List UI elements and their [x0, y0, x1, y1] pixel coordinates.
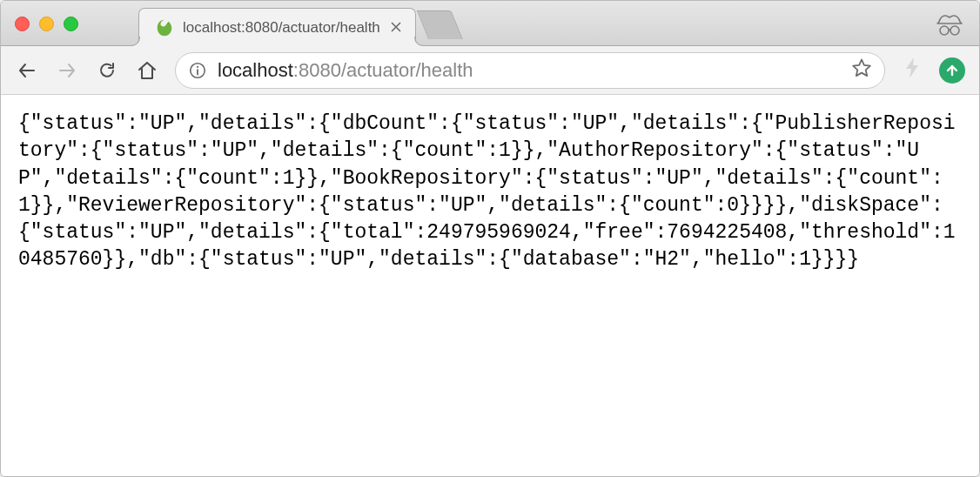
favicon-spring-icon — [155, 18, 174, 37]
bookmark-star-icon[interactable] — [851, 57, 872, 84]
url-text: localhost:8080/actuator/health — [218, 59, 841, 82]
extension-button[interactable] — [939, 57, 965, 84]
page-body[interactable]: {"status":"UP","details":{"dbCount":{"st… — [1, 95, 979, 476]
url-path: :8080/actuator/health — [293, 59, 473, 81]
tab-title: localhost:8080/actuator/health — [183, 19, 380, 37]
window-controls — [15, 17, 78, 31]
tabs-area: localhost:8080/actuator/health — [138, 1, 463, 45]
incognito-icon — [936, 11, 963, 41]
minimize-window-button[interactable] — [39, 17, 54, 31]
toolbar: localhost:8080/actuator/health — [1, 46, 979, 95]
forward-button[interactable] — [55, 58, 79, 83]
back-button[interactable] — [15, 58, 39, 83]
svg-point-1 — [950, 26, 959, 35]
close-window-button[interactable] — [15, 17, 30, 31]
svg-point-0 — [940, 26, 949, 35]
home-button[interactable] — [135, 58, 159, 83]
address-bar[interactable]: localhost:8080/actuator/health — [175, 52, 885, 89]
title-bar: localhost:8080/actuator/health — [1, 1, 979, 46]
maximize-window-button[interactable] — [64, 17, 78, 31]
browser-window: localhost:8080/actuator/health — [0, 0, 980, 477]
lightning-icon — [901, 57, 923, 84]
site-info-icon[interactable] — [188, 61, 207, 80]
svg-point-3 — [197, 65, 198, 67]
tab-active[interactable]: localhost:8080/actuator/health — [138, 8, 416, 46]
url-host: localhost — [218, 59, 293, 81]
tab-close-icon[interactable] — [389, 18, 403, 37]
reload-button[interactable] — [95, 58, 119, 83]
new-tab-button[interactable] — [416, 10, 462, 39]
